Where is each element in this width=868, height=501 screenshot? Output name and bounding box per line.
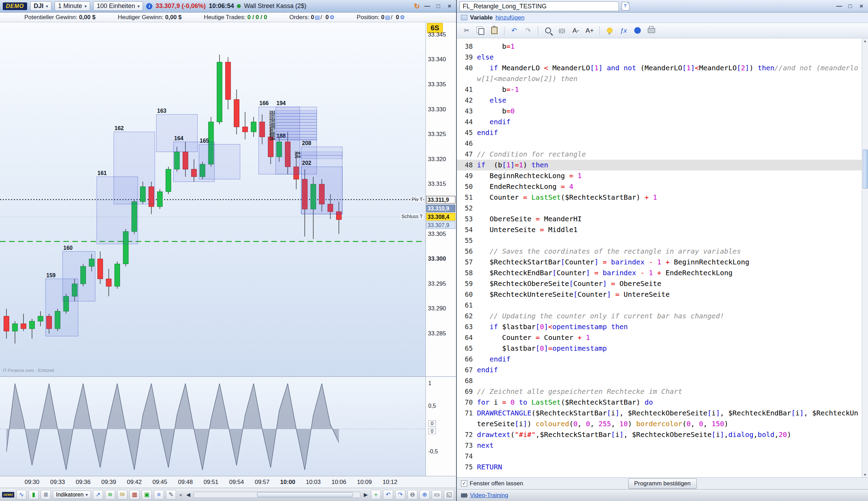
code-line[interactable]: 75RETURN: [457, 462, 862, 472]
code-line[interactable]: 60 $RechteckUntereSeite[Counter] = Unter…: [457, 289, 862, 300]
code-line[interactable]: 65 $lastbar[0]=opentimestamp: [457, 343, 862, 354]
close-button[interactable]: ×: [446, 3, 453, 10]
code-line[interactable]: 52: [457, 203, 862, 214]
hint-icon[interactable]: [603, 25, 616, 37]
fullscreen-icon[interactable]: ◱: [444, 490, 454, 500]
undo-icon[interactable]: ↶: [508, 25, 520, 37]
code-line[interactable]: 70for i = 0 to LastSet($RechteckStartBar…: [457, 397, 862, 408]
minimize-button[interactable]: —: [835, 3, 843, 10]
help-icon[interactable]: [631, 25, 644, 37]
forward-icon[interactable]: ↷: [395, 490, 405, 500]
code-line[interactable]: 47// Condition for rectangle: [457, 149, 862, 160]
maximize-button[interactable]: □: [846, 3, 854, 10]
code-line[interactable]: 54 UntereSeite = Middle1: [457, 224, 862, 235]
price-axis[interactable]: 6S 33.34533.34033.33533.33033.32533.3203…: [425, 22, 456, 376]
code-line[interactable]: 44 endif: [457, 117, 862, 127]
pan-icon[interactable]: +: [371, 490, 381, 500]
cut-icon[interactable]: ✂: [460, 25, 473, 37]
scroll-up-arrow[interactable]: ▲: [862, 39, 868, 43]
maximize-button[interactable]: □: [435, 3, 442, 10]
indicator-panel[interactable]: [0, 376, 425, 476]
news-icon[interactable]: ≡: [154, 490, 164, 500]
code-line[interactable]: 63 if $lastbar[0]<opentimestamp then: [457, 321, 862, 332]
code-line[interactable]: 59 $RechteckObereSeite[Counter] = ObereS…: [457, 278, 862, 289]
code-line[interactable]: 69// Zeichnet alle gespeicherten Rechtec…: [457, 386, 862, 397]
paste-icon[interactable]: [488, 25, 501, 37]
minimize-button[interactable]: —: [423, 3, 431, 10]
code-line[interactable]: 45endif: [457, 127, 862, 138]
zoom-area-icon[interactable]: ▭: [432, 490, 442, 500]
editor-scrollbar[interactable]: ▲ ▼: [862, 38, 868, 477]
price-chart[interactable]: 1591601611621631641651661941882082021931…: [0, 22, 425, 376]
code-line[interactable]: 40 if MeanderLO < MeanderLO[1] and not (…: [457, 63, 862, 84]
code-line[interactable]: 74: [457, 451, 862, 462]
scroll-right-button[interactable]: ▶: [363, 492, 369, 498]
print-icon[interactable]: [645, 25, 658, 37]
code-line[interactable]: 61: [457, 300, 862, 311]
refresh-icon[interactable]: ↻: [414, 2, 420, 10]
info-icon[interactable]: i: [146, 3, 152, 9]
code-line[interactable]: 67endif: [457, 365, 862, 375]
code-line[interactable]: 71DRAWRECTANGLE($RechteckStartBar[i], $R…: [457, 408, 862, 429]
font-larger-icon[interactable]: A+: [583, 25, 596, 37]
add-variable-link[interactable]: hinzufügen: [495, 14, 524, 21]
time-axis[interactable]: 09:3009:3309:3609:3909:4209:4509:4809:51…: [0, 476, 456, 488]
indikatoren-button[interactable]: Indikatoren▾: [53, 491, 91, 499]
code-line[interactable]: 72drawtext("#i#",$RechteckStartBar[i], $…: [457, 429, 862, 440]
zoom-in-icon[interactable]: ⊕: [420, 490, 430, 500]
candlestick-style-icon[interactable]: ▮: [29, 490, 39, 500]
demo-mini-logo[interactable]: DEMO: [2, 492, 14, 498]
orders-settings-icon[interactable]: ⚙: [329, 14, 334, 20]
code-line[interactable]: 68: [457, 375, 862, 386]
code-line[interactable]: 62 // Updating the counter only if curre…: [457, 311, 862, 321]
bar-style-icon[interactable]: ≣: [41, 490, 51, 500]
position-settings-icon[interactable]: ⚙: [400, 14, 405, 20]
share-icon[interactable]: ↗: [93, 490, 103, 500]
code-line[interactable]: 48if (b[1]=1) then: [457, 160, 862, 170]
scroll-down-arrow[interactable]: ▼: [862, 473, 868, 477]
code-line[interactable]: 73next: [457, 440, 862, 451]
trade-icon[interactable]: ▣: [142, 490, 152, 500]
scroll-left-button[interactable]: ◀: [185, 492, 192, 498]
code-line[interactable]: 41 b=-1: [457, 84, 862, 95]
code-line[interactable]: 43 b=0: [457, 106, 862, 117]
code-line[interactable]: 55: [457, 235, 862, 246]
collapse-toolbar-button[interactable]: «: [178, 492, 183, 498]
calendar-icon[interactable]: ▦: [129, 490, 140, 500]
insert-function-icon[interactable]: ƒx: [617, 25, 630, 37]
back-icon[interactable]: ↶: [383, 490, 393, 500]
rename-program-icon[interactable]: [622, 2, 629, 10]
timeframe-dropdown[interactable]: 1 Minute▾: [55, 1, 90, 11]
v-scroll-thumb[interactable]: [863, 150, 868, 189]
position-list-icon[interactable]: ▤: [385, 14, 390, 20]
comment-icon[interactable]: ✉: [117, 490, 127, 500]
code-line[interactable]: 57 $RechteckStartBar[Counter] = barindex…: [457, 257, 862, 268]
stats-icon[interactable]: ≋: [105, 490, 115, 500]
code-line[interactable]: 64 Counter = Counter + 1: [457, 332, 862, 343]
orders-list-icon[interactable]: ▤: [315, 14, 320, 20]
code-line[interactable]: 53 ObereSeite = MeanderHI: [457, 214, 862, 224]
chart-style-icon[interactable]: ∿: [16, 490, 26, 500]
code-lines[interactable]: 38 b=139else40 if MeanderLO < MeanderLO[…: [457, 41, 862, 472]
h-scroll-thumb[interactable]: [257, 492, 353, 497]
video-training-link[interactable]: Video-Training: [470, 492, 508, 499]
code-editor[interactable]: 38 b=139else40 if MeanderLO < MeanderLO[…: [457, 38, 868, 477]
close-button[interactable]: ×: [858, 3, 865, 10]
font-smaller-icon[interactable]: A-: [570, 25, 582, 37]
code-line[interactable]: 58 $RechteckEndBar[Counter] = barindex -…: [457, 268, 862, 278]
code-line[interactable]: 66 endif: [457, 354, 862, 365]
indicator-axis[interactable]: 10,500-0,5: [425, 376, 456, 476]
comment-toggle-icon[interactable]: (()): [556, 25, 568, 37]
units-dropdown[interactable]: 100 Einheiten▾: [93, 1, 143, 11]
code-line[interactable]: 38 b=1: [457, 41, 862, 52]
draw-icon[interactable]: ✎: [166, 490, 176, 500]
code-line[interactable]: 50 EndeRechteckLong = 4: [457, 181, 862, 192]
code-line[interactable]: 51 Counter = LastSet($RechteckStartBar) …: [457, 192, 862, 203]
copy-icon[interactable]: [474, 25, 487, 37]
zoom-out-icon[interactable]: ⊖: [407, 490, 417, 500]
code-line[interactable]: 42 else: [457, 95, 862, 106]
code-line[interactable]: 39else: [457, 52, 862, 63]
code-line[interactable]: 46: [457, 138, 862, 149]
redo-icon[interactable]: ↷: [522, 25, 534, 37]
symbol-dropdown[interactable]: DJI▾: [30, 1, 51, 11]
